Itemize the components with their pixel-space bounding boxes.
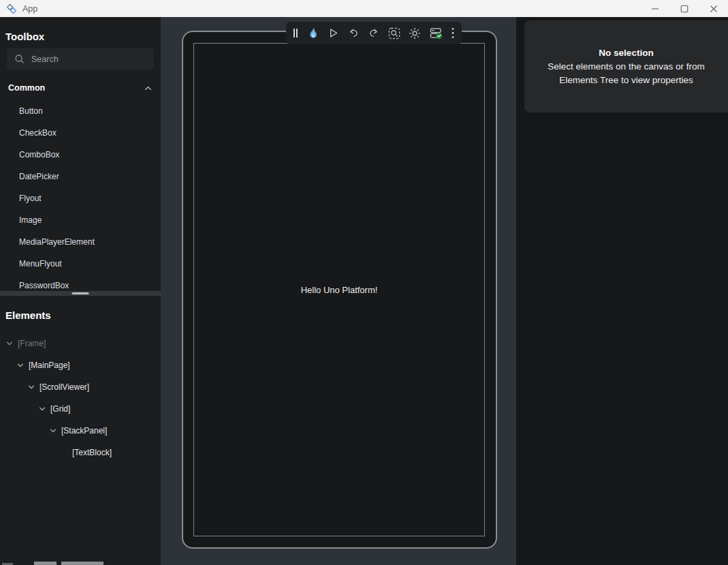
toolbox-item-image[interactable]: Image bbox=[0, 209, 161, 231]
chevron-down-icon[interactable] bbox=[38, 405, 46, 413]
undo-button[interactable] bbox=[348, 27, 360, 39]
hot-design-button[interactable] bbox=[307, 27, 319, 40]
toolbar-drag-handle[interactable] bbox=[293, 28, 298, 38]
toolbox-item-mediaplayerelement[interactable]: MediaPlayerElement bbox=[0, 231, 161, 253]
tree-item-scrollviewer[interactable]: [ScrollViewer] bbox=[0, 376, 161, 398]
tree-item-mainpage[interactable]: [MainPage] bbox=[0, 354, 161, 376]
more-options-button[interactable] bbox=[451, 27, 455, 39]
tree-item-grid[interactable]: [Grid] bbox=[0, 398, 161, 420]
toolbox-item-menuflyout[interactable]: MenuFlyout bbox=[0, 253, 161, 275]
no-selection-title: No selection bbox=[599, 46, 653, 60]
tree-item-textblock[interactable]: [TextBlock] bbox=[0, 442, 161, 463]
toolbox-section-common[interactable]: Common bbox=[8, 80, 153, 96]
elements-tree: [Frame] [MainPage] [ScrollViewer] [Grid] bbox=[0, 333, 161, 463]
toolbox-item-datepicker[interactable]: DatePicker bbox=[0, 166, 161, 187]
inspect-element-icon bbox=[388, 27, 400, 40]
toolbox-title: Toolbox bbox=[5, 31, 161, 42]
changes-applied-button[interactable] bbox=[430, 27, 443, 40]
no-selection-message-line2: Elements Tree to view properties bbox=[559, 74, 693, 88]
toolbox-item-passwordbox[interactable]: PasswordBox bbox=[0, 275, 161, 291]
play-icon bbox=[328, 27, 339, 39]
device-frame: Hello Uno Platform! bbox=[182, 31, 497, 549]
theme-toggle-button[interactable] bbox=[409, 27, 421, 40]
app-window: App Toolbox bbox=[0, 0, 728, 565]
design-canvas[interactable]: Hello Uno Platform! bbox=[161, 17, 516, 565]
toolbox-search[interactable] bbox=[7, 48, 154, 70]
search-input[interactable] bbox=[31, 55, 146, 64]
toolbox-item-checkbox[interactable]: CheckBox bbox=[0, 122, 161, 144]
window-controls bbox=[640, 0, 728, 17]
toolbox-item-flyout[interactable]: Flyout bbox=[0, 187, 161, 209]
search-icon bbox=[14, 54, 25, 64]
minimize-button[interactable] bbox=[640, 0, 669, 17]
minimize-icon bbox=[651, 5, 659, 13]
hot-design-toolbar bbox=[286, 22, 462, 44]
main-area: Toolbox Common Button CheckBox bbox=[0, 17, 728, 565]
elements-panel: Elements [Frame] [MainPage] [ScrollViewe… bbox=[0, 296, 161, 565]
properties-panel: No selection Select elements on the canv… bbox=[516, 17, 728, 565]
inspect-element-button[interactable] bbox=[388, 27, 400, 40]
changes-applied-icon bbox=[430, 27, 443, 40]
chevron-down-icon[interactable] bbox=[27, 383, 35, 391]
uno-platform-logo-icon bbox=[6, 3, 17, 14]
close-button[interactable] bbox=[699, 0, 728, 17]
maximize-button[interactable] bbox=[669, 0, 699, 17]
common-section-label: Common bbox=[8, 83, 45, 93]
maximize-icon bbox=[680, 5, 689, 13]
hello-textblock[interactable]: Hello Uno Platform! bbox=[301, 285, 378, 295]
close-icon bbox=[710, 5, 718, 13]
toolbox-item-button[interactable]: Button bbox=[0, 100, 161, 122]
tree-item-frame[interactable]: [Frame] bbox=[0, 333, 161, 354]
window-title: App bbox=[22, 4, 37, 14]
chevron-down-icon[interactable] bbox=[16, 361, 25, 369]
play-button[interactable] bbox=[328, 27, 339, 39]
chevron-down-icon[interactable] bbox=[49, 427, 57, 435]
kebab-menu-icon bbox=[451, 27, 455, 39]
elements-title: Elements bbox=[5, 310, 161, 321]
no-selection-card: No selection Select elements on the canv… bbox=[524, 20, 728, 112]
toolbox-panel: Toolbox Common Button CheckBox bbox=[0, 17, 161, 291]
redo-icon bbox=[368, 27, 379, 39]
splitter-grip-handle[interactable] bbox=[72, 292, 89, 294]
flame-icon bbox=[307, 27, 319, 40]
redo-button[interactable] bbox=[368, 27, 379, 39]
tree-item-stackpanel[interactable]: [StackPanel] bbox=[0, 420, 161, 442]
left-sidebar: Toolbox Common Button CheckBox bbox=[0, 17, 161, 565]
undo-icon bbox=[348, 27, 360, 39]
toolbox-item-combobox[interactable]: ComboBox bbox=[0, 144, 161, 166]
chevron-up-icon[interactable] bbox=[144, 84, 153, 93]
toolbox-item-list: Button CheckBox ComboBox DatePicker Flyo… bbox=[0, 100, 161, 291]
chevron-down-icon[interactable] bbox=[5, 339, 14, 348]
no-selection-message-line1: Select elements on the canvas or from bbox=[548, 60, 704, 74]
device-screen[interactable]: Hello Uno Platform! bbox=[193, 43, 485, 536]
title-bar: App bbox=[0, 0, 728, 17]
sun-icon bbox=[409, 27, 421, 40]
panel-splitter[interactable] bbox=[0, 291, 161, 296]
